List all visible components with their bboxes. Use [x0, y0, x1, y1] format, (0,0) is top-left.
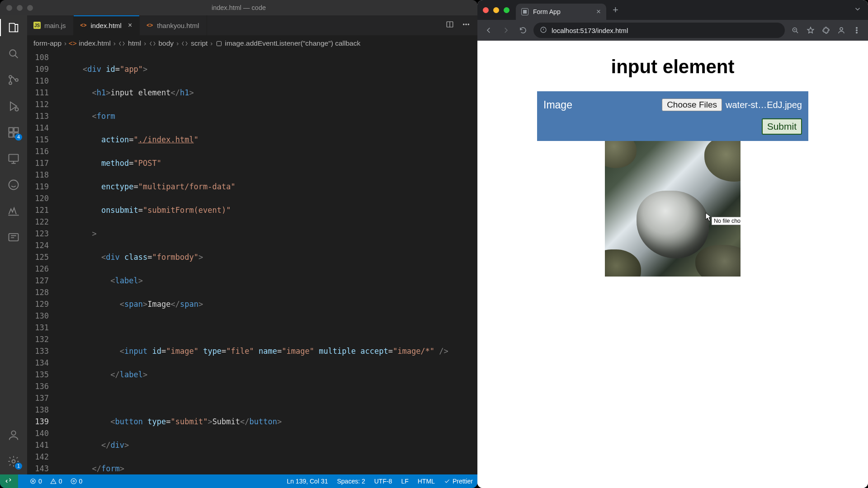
favicon-icon — [521, 8, 528, 15]
symbol-icon — [149, 40, 156, 47]
svg-point-26 — [856, 32, 858, 33]
vscode-window: index.html — code 4 1 — [0, 0, 477, 488]
window-zoom-icon[interactable] — [27, 5, 33, 11]
svg-point-25 — [856, 30, 858, 31]
tab-label: main.js — [44, 22, 66, 29]
window-close-icon[interactable] — [483, 7, 489, 13]
more-actions-icon[interactable] — [462, 20, 470, 30]
tab-bar: JS main.js <> index.html × <> thankyou.h… — [27, 15, 477, 35]
symbol-icon — [216, 40, 222, 47]
back-button[interactable] — [482, 23, 495, 37]
tab-main-js[interactable]: JS main.js — [27, 15, 74, 35]
tab-search-icon[interactable] — [847, 5, 868, 15]
svg-point-2 — [9, 82, 12, 84]
window-traffic-lights[interactable] — [0, 5, 33, 11]
remote-indicator-icon[interactable] — [0, 474, 18, 488]
svg-point-13 — [12, 460, 15, 463]
choose-files-button[interactable]: Choose Files — [662, 99, 722, 111]
accounts-icon[interactable] — [7, 428, 20, 442]
address-bar[interactable]: localhost:5173/index.html — [533, 23, 785, 38]
status-ports[interactable]: 0 — [71, 478, 83, 485]
status-errors[interactable]: 0 — [30, 478, 42, 485]
symbol-icon — [181, 40, 188, 47]
js-file-icon: JS — [33, 22, 41, 29]
close-icon[interactable]: × — [128, 21, 132, 29]
explorer-icon[interactable] — [7, 21, 20, 34]
line-number-gutter: 1081091101111121131141151161171181191201… — [27, 52, 60, 474]
form-container: Image Choose Files water-st…EdJ.jpeg Sub… — [537, 91, 808, 141]
window-zoom-icon[interactable] — [504, 7, 509, 13]
activity-bar: 4 1 — [0, 15, 27, 474]
tab-label: index.html — [91, 22, 122, 29]
settings-gear-icon[interactable]: 1 — [7, 455, 20, 468]
status-language[interactable]: HTML — [418, 478, 435, 485]
status-eol[interactable]: LF — [401, 478, 408, 485]
status-encoding[interactable]: UTF-8 — [374, 478, 392, 485]
close-icon[interactable]: × — [596, 7, 601, 16]
breadcrumb-item: image.addEventListener("change") callbac… — [216, 39, 361, 47]
site-info-icon[interactable] — [540, 26, 547, 35]
browser-toolbar: localhost:5173/index.html — [477, 20, 868, 41]
svg-point-10 — [9, 180, 19, 190]
status-cursor[interactable]: Ln 139, Col 31 — [287, 478, 328, 485]
svg-point-0 — [9, 50, 16, 56]
reload-button[interactable] — [516, 23, 530, 37]
submit-button[interactable]: Submit — [762, 118, 802, 135]
svg-rect-6 — [14, 128, 18, 132]
breadcrumbs[interactable]: form-app › <>index.html › html › body › … — [27, 35, 477, 52]
extensions-puzzle-icon[interactable] — [819, 23, 833, 37]
settings-badge: 1 — [15, 463, 22, 469]
bookmark-star-icon[interactable] — [804, 23, 817, 37]
svg-point-12 — [11, 431, 15, 435]
svg-point-16 — [466, 24, 467, 25]
sidebar-extra-3-icon[interactable] — [7, 230, 20, 244]
status-indent[interactable]: Spaces: 2 — [337, 478, 365, 485]
svg-point-24 — [856, 27, 858, 28]
tab-index-html[interactable]: <> index.html × — [74, 15, 140, 35]
extensions-badge: 4 — [15, 134, 22, 141]
split-editor-icon[interactable] — [446, 20, 454, 30]
extensions-icon[interactable]: 4 — [7, 126, 20, 139]
svg-rect-18 — [217, 41, 221, 46]
breadcrumb-item: html — [118, 39, 141, 47]
new-tab-button[interactable]: + — [606, 4, 625, 16]
code-content[interactable]: <div id="app"> <h1>input element</h1> <f… — [60, 52, 477, 474]
window-minimize-icon[interactable] — [17, 5, 23, 11]
svg-point-1 — [9, 75, 12, 78]
remote-explorer-icon[interactable] — [7, 152, 20, 165]
svg-rect-5 — [9, 128, 13, 132]
status-prettier[interactable]: Prettier — [444, 478, 473, 485]
svg-rect-9 — [9, 155, 19, 161]
search-icon[interactable] — [7, 47, 20, 61]
html-file-icon: <> — [80, 22, 87, 29]
field-label: Image — [543, 99, 572, 111]
browser-tab[interactable]: Form App × — [516, 4, 606, 20]
svg-point-3 — [15, 79, 18, 81]
chrome-menu-icon[interactable] — [850, 23, 863, 37]
file-input-tooltip: No file chosen — [712, 217, 741, 225]
status-bar: 0 0 0 Ln 139, Col 31 Spaces: 2 UTF-8 LF … — [0, 474, 477, 488]
profile-avatar-icon[interactable] — [835, 23, 848, 37]
breadcrumb-item: form-app — [33, 39, 61, 47]
sidebar-extra-1-icon[interactable] — [7, 178, 20, 192]
tab-label: thankyou.html — [157, 22, 199, 29]
editor-actions — [446, 15, 477, 35]
status-warnings[interactable]: 0 — [50, 478, 62, 485]
svg-point-15 — [463, 24, 464, 25]
code-editor[interactable]: 1081091101111121131141151161171181191201… — [27, 52, 477, 474]
tab-thankyou-html[interactable]: <> thankyou.html — [140, 15, 207, 35]
sidebar-extra-2-icon[interactable] — [7, 204, 20, 218]
selected-filename: water-st…EdJ.jpeg — [726, 100, 802, 110]
svg-rect-11 — [9, 234, 19, 241]
window-minimize-icon[interactable] — [493, 7, 499, 13]
chrome-tab-strip: Form App × + — [477, 0, 868, 20]
forward-button[interactable] — [499, 23, 513, 37]
window-close-icon[interactable] — [6, 5, 12, 11]
vscode-titlebar: index.html — code — [0, 0, 477, 15]
window-traffic-lights[interactable] — [483, 7, 516, 13]
source-control-icon[interactable] — [7, 73, 20, 87]
svg-point-20 — [73, 480, 75, 482]
url-text: localhost:5173/index.html — [552, 27, 628, 34]
zoom-icon[interactable] — [788, 23, 802, 37]
run-debug-icon[interactable] — [7, 99, 20, 113]
